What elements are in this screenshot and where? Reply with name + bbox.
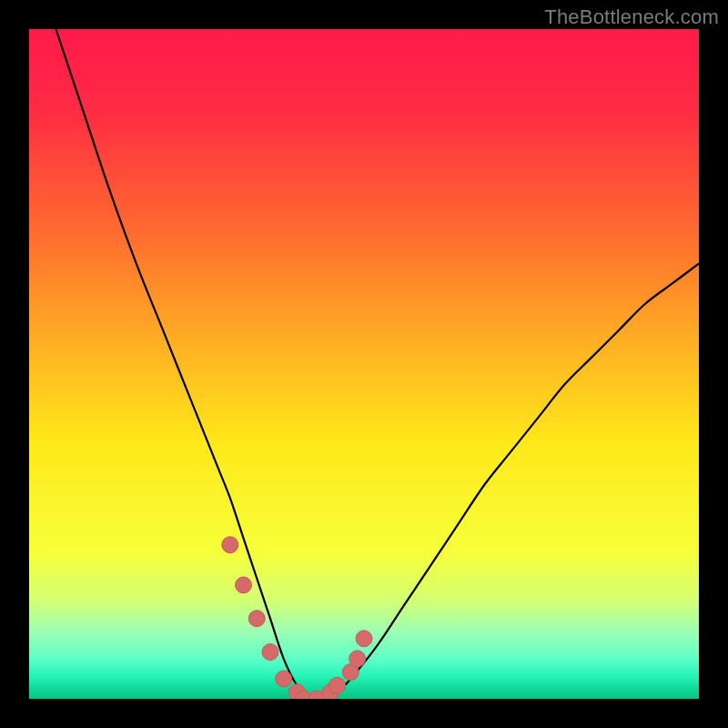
- bottleneck-chart: [29, 29, 699, 699]
- highlight-dot: [329, 677, 346, 693]
- highlight-dot: [276, 671, 292, 687]
- chart-frame: [29, 29, 699, 699]
- highlight-dot: [222, 537, 238, 553]
- watermark-text: TheBottleneck.com: [544, 5, 719, 29]
- highlight-dot: [262, 643, 278, 660]
- highlight-dot: [349, 651, 366, 667]
- gradient-background: [29, 29, 699, 699]
- highlight-dot: [356, 631, 372, 647]
- highlight-dot: [236, 577, 252, 593]
- highlight-dot: [248, 611, 265, 627]
